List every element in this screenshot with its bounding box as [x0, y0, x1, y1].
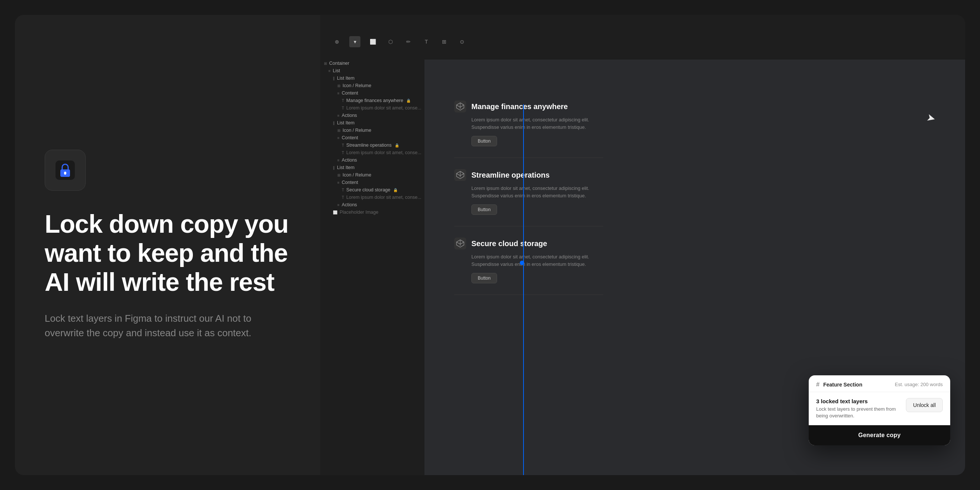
feature-1-desc: Lorem ipsum dolor sit amet, consectetur … [454, 116, 603, 131]
layer-placeholder: ⬜ Placeholder Image [320, 208, 417, 216]
layer-content-1: ≡ Content [320, 89, 417, 97]
toolbar-shape-icon[interactable]: ⬡ [385, 36, 396, 47]
layer-actions-3: ≡ Actions [320, 201, 417, 208]
toolbar-arrow-icon[interactable]: ▾ [349, 36, 360, 47]
feature-3-button[interactable]: Button [471, 273, 497, 283]
feature-item-2: Streamline operations Lorem ipsum dolor … [454, 158, 603, 226]
toolbar-move-icon[interactable]: ⊕ [331, 36, 342, 47]
layer-actions-2: ≡ Actions [320, 156, 417, 164]
feature-3-desc: Lorem ipsum dolor sit amet, consectetur … [454, 253, 603, 268]
lock-icon-wrapper [45, 150, 86, 191]
layer-title-2: T Streamline operations 🔒 [320, 142, 417, 149]
toolbar-more-icon[interactable]: ⊙ [457, 36, 468, 47]
feature-3-icon [454, 237, 466, 250]
popup-body-text: 3 locked text layers Lock text layers to… [816, 398, 901, 419]
layer-content-3: ≡ Content [320, 179, 417, 186]
popup-section-title: Feature Section [823, 382, 862, 388]
layer-container: ⊞ Container [320, 60, 417, 67]
feature-1-icon [454, 100, 466, 113]
toolbar-pen-icon[interactable]: ✏ [403, 36, 414, 47]
layer-list-item-1: ‖ List Item [320, 75, 417, 82]
unlock-all-button[interactable]: Unlock all [906, 398, 943, 412]
headline: Lock down copy you want to keep and the … [45, 209, 290, 297]
layer-desc-1: T Lorem ipsum dolor sit amet, conse... [320, 104, 417, 112]
layer-desc-3: T Lorem ipsum dolor sit amet, conse... [320, 194, 417, 201]
feature-1-header: Manage finances anywhere [454, 100, 603, 113]
popup-body: 3 locked text layers Lock text layers to… [809, 392, 950, 425]
popup-locked-desc: Lock text layers to prevent them from be… [816, 406, 901, 419]
feature-2-button[interactable]: Button [471, 204, 497, 215]
feature-item-3: Secure cloud storage Lorem ipsum dolor s… [454, 226, 603, 295]
feature-3-header: Secure cloud storage [454, 237, 603, 250]
layer-list: ≡ List [320, 67, 417, 75]
feature-2-desc: Lorem ipsum dolor sit amet, consectetur … [454, 185, 603, 199]
svg-rect-2 [64, 172, 66, 175]
popup-header: # Feature Section Est. usage: 200 words [809, 375, 950, 392]
hash-icon: # [816, 381, 819, 388]
popup-est-usage: Est. usage: 200 words [895, 382, 943, 387]
toolbar-frame-icon[interactable]: ⬜ [367, 36, 378, 47]
feature-3-title: Secure cloud storage [471, 239, 547, 248]
generate-copy-button[interactable]: Generate copy [809, 425, 950, 445]
left-panel: Lock down copy you want to keep and the … [15, 15, 320, 475]
main-container: Lock down copy you want to keep and the … [15, 15, 965, 475]
layers-panel: ⊞ Container ≡ List ‖ List Item ⊞ Icon / … [320, 60, 417, 216]
right-panel: ⊕ ▾ ⬜ ⬡ ✏ T ⊞ ⊙ ⊞ Container ≡ List ‖ Lis… [320, 15, 965, 475]
layer-icon-relume-1: ⊞ Icon / Relume [320, 82, 417, 89]
selection-dot [520, 261, 524, 265]
layer-title-1: T Manage finances anywhere 🔒 [320, 97, 417, 104]
layer-icon-relume-3: ⊞ Icon / Relume [320, 171, 417, 179]
toolbar-component-icon[interactable]: ⊞ [439, 36, 450, 47]
layer-actions-1: ≡ Actions [320, 112, 417, 119]
lock-icon [56, 161, 75, 180]
selection-line [523, 104, 524, 475]
popup-locked-count: 3 locked text layers [816, 398, 901, 404]
figma-toolbar: ⊕ ▾ ⬜ ⬡ ✏ T ⊞ ⊙ [320, 33, 965, 50]
layer-title-3: T Secure cloud storage 🔒 [320, 186, 417, 194]
layer-content-2: ≡ Content [320, 134, 417, 142]
feature-2-icon [454, 169, 466, 181]
toolbar-text-icon[interactable]: T [421, 36, 432, 47]
popup-panel: # Feature Section Est. usage: 200 words … [809, 375, 950, 445]
layer-list-item-3: ‖ List Item [320, 164, 417, 171]
feature-1-button[interactable]: Button [471, 136, 497, 146]
feature-1-title: Manage finances anywhere [471, 102, 568, 111]
layer-desc-2: T Lorem ipsum dolor sit amet, conse... [320, 149, 417, 156]
layer-list-item-2: ‖ List Item [320, 119, 417, 127]
layer-icon-relume-2: ⊞ Icon / Relume [320, 127, 417, 134]
feature-item-1: Manage finances anywhere Lorem ipsum dol… [454, 89, 603, 158]
feature-2-header: Streamline operations [454, 169, 603, 181]
cursor-icon: ➤ [925, 111, 937, 125]
feature-list: Manage finances anywhere Lorem ipsum dol… [454, 89, 603, 295]
feature-2-title: Streamline operations [471, 171, 550, 180]
subtext: Lock text layers in Figma to instruct ou… [45, 311, 283, 340]
